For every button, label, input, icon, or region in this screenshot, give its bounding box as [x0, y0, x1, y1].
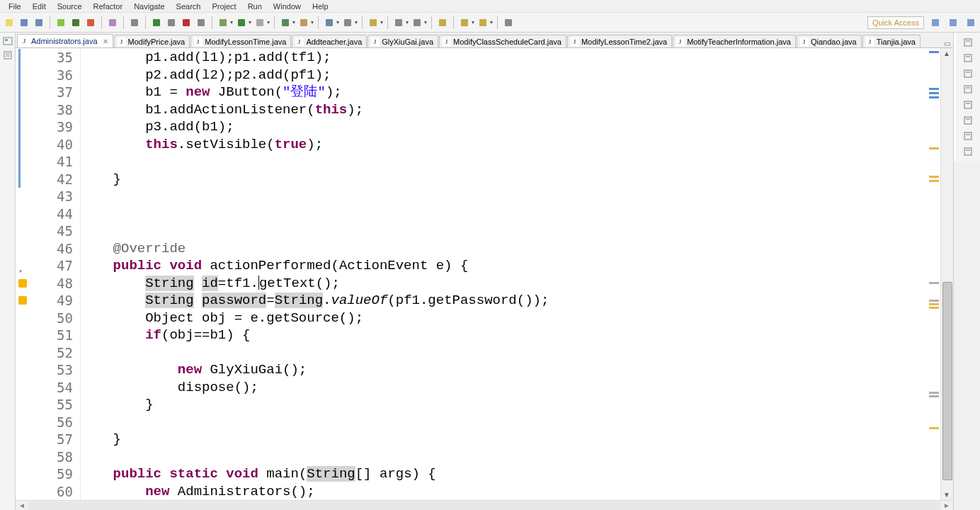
save-icon[interactable] — [18, 16, 30, 29]
menu-window[interactable]: Window — [268, 1, 307, 12]
quick-access-input[interactable]: Quick Access — [867, 16, 924, 29]
overview-mark[interactable] — [929, 96, 939, 98]
open-type-icon[interactable] — [55, 16, 67, 29]
code-text-area[interactable]: p1.add(l1);p1.add(tf1); p2.add(l2);p2.ad… — [81, 48, 940, 500]
close-tab-icon[interactable]: ✕ — [103, 38, 108, 45]
menu-file[interactable]: File — [3, 1, 27, 12]
scroll-thumb[interactable] — [942, 282, 952, 480]
open-perspective-icon[interactable] — [929, 16, 942, 29]
overview-mark[interactable] — [929, 147, 939, 149]
new-java-package-icon-dropdown[interactable]: ▾ — [311, 19, 314, 26]
overview-mark[interactable] — [929, 51, 939, 53]
java-perspective-icon[interactable] — [947, 16, 959, 29]
forward-icon-dropdown[interactable]: ▾ — [490, 19, 493, 26]
tab-modifylessontime2[interactable]: JModifyLessonTime2.java — [567, 35, 672, 48]
scroll-left-icon[interactable]: ◄ — [16, 502, 28, 509]
open-type-hierarchy-icon-dropdown[interactable]: ▾ — [336, 19, 339, 26]
horizontal-scrollbar[interactable]: ◄ ► — [16, 500, 953, 510]
package-explorer-icon[interactable] — [2, 35, 13, 47]
next-annotation-icon[interactable] — [392, 16, 405, 29]
overview-mark[interactable] — [929, 303, 939, 305]
tab-tianjia[interactable]: JTianjia.java — [862, 35, 921, 48]
hscroll-track[interactable] — [28, 502, 940, 510]
prev-annotation-icon-dropdown[interactable]: ▾ — [424, 19, 427, 26]
menu-source[interactable]: Source — [52, 1, 88, 12]
overview-mark[interactable] — [929, 427, 939, 429]
warning-marker-icon[interactable] — [18, 296, 27, 305]
search-icon-dropdown[interactable]: ▾ — [355, 19, 358, 26]
overview-mark[interactable] — [929, 395, 939, 397]
tab-addteacher[interactable]: JAddteacher.java — [292, 35, 367, 48]
menu-navigate[interactable]: Navigate — [128, 1, 170, 12]
pin-icon[interactable] — [502, 16, 515, 29]
outline-icon[interactable] — [962, 52, 974, 64]
task-list-icon[interactable] — [962, 68, 974, 79]
tab-qiandao[interactable]: JQiandao.java — [797, 35, 862, 48]
search-icon[interactable] — [341, 16, 354, 29]
back-icon[interactable] — [458, 16, 471, 29]
debug-last-icon[interactable] — [217, 16, 229, 29]
override-marker-icon[interactable]: ▾ — [18, 263, 23, 280]
run-last-icon[interactable] — [235, 16, 248, 29]
problems-icon[interactable] — [962, 99, 974, 110]
disconnect-icon[interactable] — [195, 16, 207, 29]
overview-mark[interactable] — [929, 300, 939, 302]
menu-edit[interactable]: Edit — [27, 1, 52, 12]
suspend-icon[interactable] — [165, 16, 178, 29]
maximize-icon[interactable]: ▭ — [944, 40, 950, 47]
next-annotation-icon-dropdown[interactable]: ▾ — [406, 19, 409, 26]
open-task-icon[interactable] — [106, 16, 119, 29]
markers-icon[interactable] — [962, 84, 974, 95]
overview-mark[interactable] — [929, 176, 939, 178]
warning-marker-icon[interactable] — [18, 279, 27, 288]
overview-mark[interactable] — [929, 392, 939, 394]
overview-mark[interactable] — [929, 282, 939, 284]
restore-icon[interactable] — [962, 37, 974, 48]
coverage-icon[interactable] — [84, 16, 97, 29]
prev-annotation-icon[interactable] — [411, 16, 423, 29]
terminate-icon[interactable] — [180, 16, 193, 29]
new-java-class-icon-dropdown[interactable]: ▾ — [292, 19, 295, 26]
save-all-icon[interactable] — [33, 16, 45, 29]
forward-icon[interactable] — [477, 16, 489, 29]
open-type-hierarchy-icon[interactable] — [323, 16, 336, 29]
scroll-down-icon[interactable]: ▼ — [943, 491, 950, 499]
overview-mark[interactable] — [929, 307, 939, 309]
tab-glyxiugai[interactable]: JGlyXiuGai.java — [368, 35, 438, 48]
run-last-config-icon-dropdown[interactable]: ▾ — [267, 19, 270, 26]
toggle-mark-icon-dropdown[interactable]: ▾ — [380, 19, 383, 26]
overview-ruler[interactable] — [926, 48, 939, 499]
tab-modifyprice[interactable]: JModifyPrice.java — [114, 35, 190, 48]
last-edit-icon[interactable] — [436, 16, 449, 29]
scroll-up-icon[interactable]: ▲ — [943, 50, 950, 57]
new-java-class-icon[interactable] — [279, 16, 292, 29]
tab-administrators[interactable]: JAdministrators.java✕ — [17, 34, 113, 48]
overview-mark[interactable] — [929, 88, 939, 90]
new-icon[interactable] — [3, 16, 16, 29]
debug-icon[interactable] — [69, 16, 82, 29]
overview-mark[interactable] — [929, 92, 939, 94]
run-last-config-icon[interactable] — [253, 16, 266, 29]
scroll-right-icon[interactable]: ► — [940, 502, 953, 509]
overview-mark[interactable] — [929, 180, 939, 182]
javadoc-icon[interactable] — [962, 115, 974, 126]
menu-project[interactable]: Project — [206, 1, 241, 12]
tab-motifyteacherinformation[interactable]: JMotifyTeacherInformation.java — [673, 35, 796, 48]
declaration-icon[interactable] — [962, 130, 974, 142]
tab-modifylessontime[interactable]: JModifyLessonTime.java — [190, 35, 291, 48]
console-icon[interactable] — [962, 146, 974, 157]
new-java-package-icon[interactable] — [297, 16, 310, 29]
skip-breakpoints-icon[interactable] — [128, 16, 141, 29]
back-icon-dropdown[interactable]: ▾ — [472, 19, 474, 26]
resume-icon[interactable] — [150, 16, 163, 29]
toggle-mark-icon[interactable] — [367, 16, 380, 29]
debug-last-icon-dropdown[interactable]: ▾ — [230, 19, 233, 26]
tab-modifyclassschedulecard[interactable]: JModifyClassScheduleCard.java — [439, 35, 566, 48]
menu-search[interactable]: Search — [171, 1, 207, 12]
vertical-scrollbar[interactable]: ▲ ▼ — [940, 48, 953, 500]
menu-help[interactable]: Help — [307, 1, 334, 12]
run-last-icon-dropdown[interactable]: ▾ — [249, 19, 251, 26]
tab-overflow[interactable]: ▭ — [944, 40, 953, 47]
debug-perspective-icon[interactable] — [964, 16, 977, 29]
menu-run[interactable]: Run — [242, 1, 268, 12]
